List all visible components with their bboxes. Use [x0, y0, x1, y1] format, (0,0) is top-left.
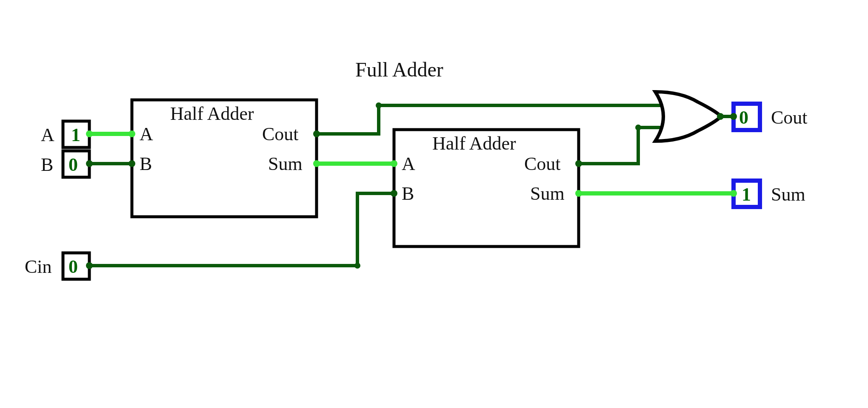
input-cin-value: 0 — [69, 256, 78, 277]
input-b-toggle[interactable]: 0 — [63, 151, 93, 177]
junction-node — [376, 102, 382, 108]
ha1-port-b: B — [140, 153, 152, 174]
svg-point-19 — [730, 190, 737, 197]
half-adder-1: Half Adder A B Cout Sum — [128, 100, 320, 217]
output-sum-label: Sum — [771, 184, 805, 205]
output-sum-value: 1 — [742, 184, 751, 205]
svg-point-2 — [128, 160, 135, 167]
junction-node — [635, 125, 641, 130]
ha1-port-sum: Sum — [268, 153, 303, 174]
half-adder-2-title: Half Adder — [432, 133, 516, 154]
output-cout-box: 0 — [730, 104, 760, 130]
output-cout-label: Cout — [771, 107, 808, 128]
junction-node — [354, 263, 360, 269]
input-cin-label: Cin — [25, 256, 52, 277]
diagram-title: Full Adder — [355, 58, 443, 81]
svg-point-17 — [730, 113, 737, 120]
svg-point-9 — [575, 190, 582, 197]
svg-point-4 — [313, 160, 320, 167]
output-cout-value: 0 — [739, 107, 748, 128]
output-sum-box: 1 — [730, 181, 760, 207]
svg-point-11 — [86, 130, 93, 137]
half-adder-1-title: Half Adder — [170, 103, 254, 124]
svg-point-1 — [128, 130, 135, 137]
input-b-value: 0 — [69, 154, 78, 175]
input-a-label: A — [41, 125, 54, 145]
or-gate-output-node — [717, 113, 724, 120]
full-adder-diagram: Full Adder Half Adder A B Cout Sum — [0, 0, 868, 408]
svg-point-7 — [391, 190, 397, 197]
svg-point-8 — [575, 160, 582, 167]
half-adder-2: Half Adder A B Cout Sum — [391, 130, 582, 246]
ha2-port-sum: Sum — [530, 183, 565, 204]
svg-point-15 — [86, 262, 93, 269]
ha2-port-b: B — [402, 183, 414, 204]
ha2-port-a: A — [402, 153, 415, 174]
svg-point-3 — [313, 130, 320, 137]
input-a-value: 1 — [71, 125, 80, 145]
input-a-toggle[interactable]: 1 — [63, 121, 93, 147]
ha1-port-a: A — [140, 124, 153, 144]
or-gate — [655, 92, 724, 141]
input-b-label: B — [41, 154, 53, 175]
svg-point-13 — [86, 160, 93, 167]
input-cin-toggle[interactable]: 0 — [63, 253, 93, 279]
ha2-port-cout: Cout — [524, 153, 561, 174]
svg-point-6 — [391, 160, 397, 167]
ha1-port-cout: Cout — [262, 124, 299, 144]
